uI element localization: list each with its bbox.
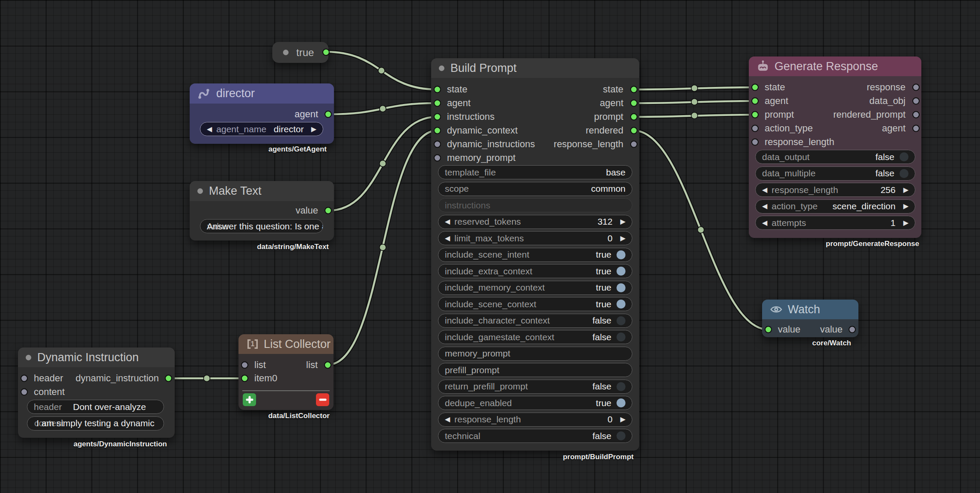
wire-rendered-to-watch[interactable]: [634, 131, 768, 330]
action-type-combo[interactable]: ◀ action_type scene_direction ▶: [755, 199, 915, 214]
node-dynamic-instruction[interactable]: Dynamic Instruction header dynamic_instr…: [18, 347, 175, 438]
input-port-list[interactable]: [241, 362, 248, 369]
memory-prompt-widget[interactable]: memory_prompt: [438, 347, 632, 361]
node-header[interactable]: Generate Response: [749, 56, 921, 76]
include-memory-context-toggle[interactable]: include_memory_context true: [438, 281, 632, 295]
toggle-knob[interactable]: [617, 283, 626, 292]
input-port-state[interactable]: [751, 84, 759, 91]
toggle-knob[interactable]: [617, 333, 626, 342]
toggle-knob[interactable]: [617, 398, 626, 407]
node-make-text[interactable]: Make Text value value Answer this questi…: [190, 181, 334, 241]
output-port-agent[interactable]: [912, 125, 920, 132]
output-port-state[interactable]: [630, 86, 637, 93]
agent-name-combo[interactable]: ◀ agent_name director ▶: [200, 122, 323, 136]
stepper-left-arrow[interactable]: ◀: [762, 220, 767, 226]
input-port-agent[interactable]: [751, 98, 759, 105]
stepper-right-arrow[interactable]: ▶: [620, 218, 626, 225]
attempts-stepper[interactable]: ◀ attempts 1 ▶: [755, 216, 915, 230]
template-file-widget[interactable]: template_file base: [438, 165, 632, 179]
output-port-response-length[interactable]: [630, 141, 637, 148]
input-port-item0[interactable]: [241, 375, 248, 382]
node-watch[interactable]: Watch value value: [762, 300, 858, 337]
input-port-action-type[interactable]: [751, 125, 759, 132]
node-list-collector[interactable]: 1 List Collector list list item0: [238, 334, 334, 410]
input-port-dynamic-instructions[interactable]: [434, 141, 441, 148]
combo-right-arrow[interactable]: ▶: [311, 126, 316, 133]
node-header[interactable]: 1 List Collector: [238, 334, 334, 354]
wire-director-to-agent[interactable]: [328, 103, 437, 114]
data-multiple-toggle[interactable]: data_multiple false: [755, 166, 915, 181]
return-prefill-prompt-toggle[interactable]: return_prefill_prompt false: [438, 380, 632, 394]
output-port-prompt[interactable]: [630, 113, 637, 121]
content-text-widget[interactable]: content I am simply testing a dynamic: [27, 416, 164, 431]
input-port-state[interactable]: [434, 86, 441, 93]
toggle-knob[interactable]: [617, 300, 626, 309]
output-port-response[interactable]: [912, 84, 920, 91]
input-port-header[interactable]: [21, 375, 28, 382]
stepper-left-arrow[interactable]: ◀: [762, 187, 767, 193]
response-length-widget[interactable]: ◀ response_length 0 ▶: [438, 413, 632, 427]
toggle-knob[interactable]: [617, 382, 626, 391]
output-port-rendered[interactable]: [630, 127, 637, 134]
header-text-widget[interactable]: header Dont over-analyze: [27, 400, 164, 414]
instructions-widget[interactable]: instructions: [438, 198, 632, 212]
node-header[interactable]: Make Text: [190, 181, 334, 201]
combo-right-arrow[interactable]: ▶: [903, 203, 909, 210]
limit-max-tokens-widget[interactable]: ◀ limit_max_tokens 0 ▶: [438, 231, 632, 245]
include-character-context-toggle[interactable]: include_character_context false: [438, 314, 632, 328]
wire-agent-to-agent[interactable]: [634, 98, 755, 105]
data-output-toggle[interactable]: data_output false: [755, 150, 915, 164]
graph-canvas[interactable]: true director agent ◀ agent_name directo…: [0, 0, 980, 493]
wire-true-to-state[interactable]: [326, 52, 437, 89]
node-true[interactable]: true: [272, 42, 328, 63]
input-port-value[interactable]: [765, 326, 772, 333]
input-port-content[interactable]: [21, 389, 28, 396]
node-header[interactable]: Build Prompt: [431, 58, 639, 78]
toggle-knob[interactable]: [617, 316, 626, 325]
reserved-tokens-widget[interactable]: ◀ reserved_tokens 312 ▶: [438, 215, 632, 229]
output-port-data-obj[interactable]: [912, 98, 920, 105]
node-header[interactable]: Dynamic Instruction: [18, 347, 175, 367]
input-port-memory-prompt[interactable]: [434, 154, 441, 162]
node-header[interactable]: Watch: [762, 300, 858, 319]
wire-maketext-to-instructions[interactable]: [328, 117, 437, 211]
output-port-agent[interactable]: [325, 111, 332, 118]
stepper-right-arrow[interactable]: ▶: [903, 187, 909, 193]
input-port-response-length[interactable]: [751, 139, 759, 146]
toggle-knob[interactable]: [617, 431, 626, 440]
include-extra-context-toggle[interactable]: include_extra_context true: [438, 264, 632, 278]
prefill-prompt-widget[interactable]: prefill_prompt: [438, 363, 632, 377]
stepper-right-arrow[interactable]: ▶: [620, 416, 626, 423]
input-port-dynamic-context[interactable]: [434, 127, 441, 134]
output-port-value[interactable]: [325, 207, 332, 214]
scope-widget[interactable]: scope common: [438, 182, 632, 196]
stepper-right-arrow[interactable]: ▶: [903, 220, 909, 226]
combo-left-arrow[interactable]: ◀: [762, 203, 767, 210]
output-port-dynamic-instruction[interactable]: [165, 375, 172, 382]
toggle-knob[interactable]: [900, 152, 909, 161]
toggle-knob[interactable]: [617, 267, 626, 276]
node-build-prompt[interactable]: Build Prompt state state agent agent ins…: [431, 58, 639, 451]
output-port-rendered-prompt[interactable]: [912, 111, 920, 119]
output-port-agent[interactable]: [630, 100, 637, 107]
response-length-stepper[interactable]: ◀ response_length 256 ▶: [755, 183, 915, 197]
include-gamestate-context-toggle[interactable]: include_gamestate_context false: [438, 330, 632, 344]
technical-toggle[interactable]: technical false: [438, 429, 632, 443]
include-scene-intent-toggle[interactable]: include_scene_intent true: [438, 248, 632, 262]
toggle-knob[interactable]: [900, 169, 909, 178]
input-port-instructions[interactable]: [434, 113, 441, 121]
wire-prompt-to-prompt[interactable]: [634, 112, 755, 119]
stepper-left-arrow[interactable]: ◀: [445, 235, 450, 242]
dedupe-enabled-toggle[interactable]: dedupe_enabled true: [438, 396, 632, 410]
input-port-agent[interactable]: [434, 100, 441, 107]
input-port-prompt[interactable]: [751, 111, 759, 119]
wire-instruction-to-item0[interactable]: [169, 375, 244, 381]
output-port-true[interactable]: [322, 49, 330, 56]
wire-state-to-state[interactable]: [634, 85, 755, 91]
output-port-value[interactable]: [849, 326, 856, 333]
node-header[interactable]: director: [190, 83, 334, 104]
node-generate-response[interactable]: Generate Response state response agent d…: [749, 56, 921, 238]
combo-left-arrow[interactable]: ◀: [207, 126, 212, 133]
value-text-widget[interactable]: value Answer this question: Is one a: [200, 219, 323, 233]
node-director[interactable]: director agent ◀ agent_name director ▶: [190, 83, 334, 144]
